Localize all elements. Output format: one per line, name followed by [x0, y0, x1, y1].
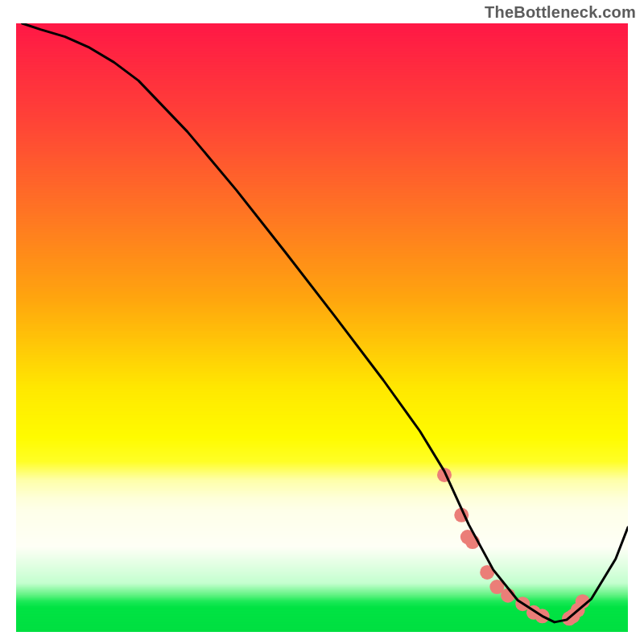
svg-rect-380: [16, 630, 628, 633]
chart-stage: TheBottleneck.com: [0, 0, 644, 644]
watermark-text: TheBottleneck.com: [485, 3, 636, 22]
gradient-background: [16, 23, 628, 633]
bottleneck-chart: [0, 0, 644, 644]
